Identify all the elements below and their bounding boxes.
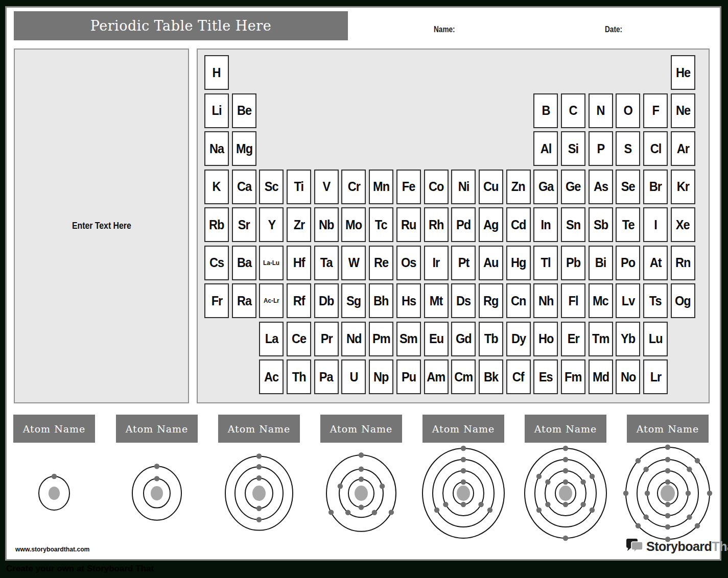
element-cell-sm[interactable]: Sm — [396, 322, 421, 356]
text-entry-panel[interactable]: Enter Text Here — [14, 49, 189, 403]
element-cell-fm[interactable]: Fm — [561, 359, 585, 394]
element-cell-ti[interactable]: Ti — [287, 170, 311, 204]
element-cell-pu[interactable]: Pu — [396, 359, 421, 394]
element-cell-sb[interactable]: Sb — [589, 207, 613, 242]
element-cell-sg[interactable]: Sg — [341, 283, 366, 318]
element-cell-ts[interactable]: Ts — [643, 283, 668, 318]
element-cell-aclr[interactable]: Ac-Lr — [259, 283, 284, 318]
element-cell-os[interactable]: Os — [396, 246, 421, 280]
element-cell-te[interactable]: Te — [616, 207, 640, 242]
atom-name-bar[interactable]: Atom Name — [116, 415, 198, 443]
element-cell-mg[interactable]: Mg — [232, 131, 256, 166]
element-cell-gd[interactable]: Gd — [451, 322, 476, 356]
element-cell-cn[interactable]: Cn — [506, 283, 531, 318]
element-cell-cl[interactable]: Cl — [643, 131, 668, 166]
element-cell-ca[interactable]: Ca — [232, 170, 256, 204]
element-cell-co[interactable]: Co — [424, 170, 449, 204]
atom-name-bar[interactable]: Atom Name — [218, 415, 300, 443]
element-cell-pd[interactable]: Pd — [451, 207, 476, 242]
element-cell-v[interactable]: V — [314, 170, 339, 204]
element-cell-pb[interactable]: Pb — [561, 246, 585, 280]
element-cell-li[interactable]: Li — [204, 93, 229, 128]
element-cell-zr[interactable]: Zr — [287, 207, 311, 242]
element-cell-nd[interactable]: Nd — [341, 322, 366, 356]
element-cell-pr[interactable]: Pr — [314, 322, 339, 356]
element-cell-db[interactable]: Db — [314, 283, 339, 318]
element-cell-in[interactable]: In — [533, 207, 558, 242]
element-cell-ga[interactable]: Ga — [533, 170, 558, 204]
element-cell-k[interactable]: K — [204, 170, 229, 204]
element-cell-cr[interactable]: Cr — [341, 170, 366, 204]
element-cell-er[interactable]: Er — [561, 322, 585, 356]
element-cell-md[interactable]: Md — [589, 359, 613, 394]
element-cell-at[interactable]: At — [643, 246, 668, 280]
element-cell-n[interactable]: N — [589, 93, 613, 128]
element-cell-b[interactable]: B — [533, 93, 558, 128]
element-cell-lu[interactable]: Lu — [643, 322, 668, 356]
element-cell-u[interactable]: U — [341, 359, 366, 394]
element-cell-tc[interactable]: Tc — [369, 207, 393, 242]
title-bar[interactable]: Periodic Table Title Here — [14, 11, 348, 40]
element-cell-og[interactable]: Og — [671, 283, 695, 318]
name-label[interactable]: Name: — [434, 25, 455, 34]
element-cell-se[interactable]: Se — [616, 170, 640, 204]
date-label[interactable]: Date: — [605, 25, 622, 34]
element-cell-mc[interactable]: Mc — [589, 283, 613, 318]
element-cell-xe[interactable]: Xe — [671, 207, 695, 242]
element-cell-s[interactable]: S — [616, 131, 640, 166]
element-cell-he[interactable]: He — [671, 55, 695, 90]
element-cell-cu[interactable]: Cu — [479, 170, 503, 204]
element-cell-c[interactable]: C — [561, 93, 585, 128]
element-cell-nb[interactable]: Nb — [314, 207, 339, 242]
element-cell-eu[interactable]: Eu — [424, 322, 449, 356]
element-cell-h[interactable]: H — [204, 55, 229, 90]
element-cell-be[interactable]: Be — [232, 93, 256, 128]
element-cell-ru[interactable]: Ru — [396, 207, 421, 242]
element-cell-na[interactable]: Na — [204, 131, 229, 166]
element-cell-fl[interactable]: Fl — [561, 283, 585, 318]
element-cell-mt[interactable]: Mt — [424, 283, 449, 318]
atom-name-bar[interactable]: Atom Name — [627, 415, 709, 443]
element-cell-cd[interactable]: Cd — [506, 207, 531, 242]
element-cell-nh[interactable]: Nh — [533, 283, 558, 318]
element-cell-dy[interactable]: Dy — [506, 322, 531, 356]
atom-name-bar[interactable]: Atom Name — [13, 415, 95, 443]
element-cell-al[interactable]: Al — [533, 131, 558, 166]
element-cell-rn[interactable]: Rn — [671, 246, 695, 280]
element-cell-ge[interactable]: Ge — [561, 170, 585, 204]
element-cell-sc[interactable]: Sc — [259, 170, 284, 204]
element-cell-ac[interactable]: Ac — [259, 359, 284, 394]
element-cell-fe[interactable]: Fe — [396, 170, 421, 204]
element-cell-hs[interactable]: Hs — [396, 283, 421, 318]
element-cell-tl[interactable]: Tl — [533, 246, 558, 280]
element-cell-rg[interactable]: Rg — [479, 283, 503, 318]
element-cell-la[interactable]: La — [259, 322, 284, 356]
element-cell-po[interactable]: Po — [616, 246, 640, 280]
element-cell-no[interactable]: No — [616, 359, 640, 394]
atom-name-bar[interactable]: Atom Name — [422, 415, 504, 443]
element-cell-ir[interactable]: Ir — [424, 246, 449, 280]
element-cell-es[interactable]: Es — [533, 359, 558, 394]
element-cell-rf[interactable]: Rf — [287, 283, 311, 318]
element-cell-as[interactable]: As — [589, 170, 613, 204]
element-cell-pa[interactable]: Pa — [314, 359, 339, 394]
element-cell-re[interactable]: Re — [369, 246, 393, 280]
element-cell-lalu[interactable]: La-Lu — [259, 246, 284, 280]
element-cell-y[interactable]: Y — [259, 207, 284, 242]
element-cell-f[interactable]: F — [643, 93, 668, 128]
element-cell-si[interactable]: Si — [561, 131, 585, 166]
element-cell-cs[interactable]: Cs — [204, 246, 229, 280]
element-cell-ba[interactable]: Ba — [232, 246, 256, 280]
element-cell-fr[interactable]: Fr — [204, 283, 229, 318]
element-cell-ho[interactable]: Ho — [533, 322, 558, 356]
element-cell-bh[interactable]: Bh — [369, 283, 393, 318]
atom-name-bar[interactable]: Atom Name — [525, 415, 606, 443]
element-cell-cf[interactable]: Cf — [506, 359, 531, 394]
atom-name-bar[interactable]: Atom Name — [320, 415, 402, 443]
element-cell-o[interactable]: O — [616, 93, 640, 128]
element-cell-br[interactable]: Br — [643, 170, 668, 204]
element-cell-pm[interactable]: Pm — [369, 322, 393, 356]
element-cell-ni[interactable]: Ni — [451, 170, 476, 204]
element-cell-ag[interactable]: Ag — [479, 207, 503, 242]
element-cell-sr[interactable]: Sr — [232, 207, 256, 242]
